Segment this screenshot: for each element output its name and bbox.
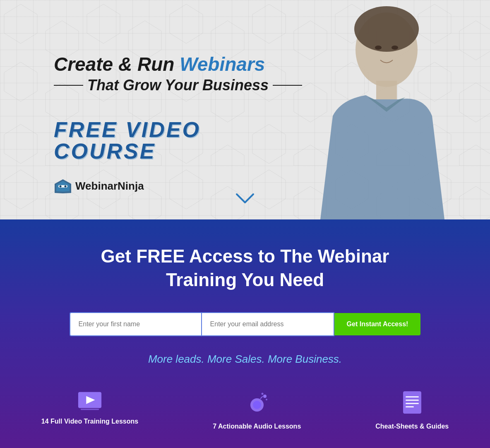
cheatsheet-icon bbox=[401, 390, 424, 416]
heading-line2: Training You Need bbox=[166, 270, 324, 290]
logo-text: WebinarNinja bbox=[75, 180, 144, 193]
divider-right bbox=[273, 85, 302, 86]
svg-rect-20 bbox=[406, 396, 419, 397]
svg-rect-23 bbox=[406, 406, 414, 407]
svg-point-1 bbox=[354, 6, 419, 52]
svg-point-3 bbox=[375, 46, 382, 50]
hero-content: Create & Run Webinars That Grow Your Bus… bbox=[54, 54, 302, 194]
svg-point-16 bbox=[261, 393, 263, 395]
hero-section: Create & Run Webinars That Grow Your Bus… bbox=[0, 0, 490, 219]
svg-rect-21 bbox=[406, 400, 419, 401]
hero-title-text: Create & Run bbox=[54, 53, 180, 75]
svg-rect-19 bbox=[403, 391, 421, 414]
svg-rect-2 bbox=[376, 81, 397, 99]
svg-point-4 bbox=[392, 46, 398, 50]
hero-subtitle: That Grow Your Business bbox=[54, 77, 302, 94]
signup-form: Get Instant Access! bbox=[67, 312, 423, 336]
video-icon bbox=[77, 390, 102, 411]
svg-point-14 bbox=[253, 401, 261, 409]
svg-point-15 bbox=[263, 395, 267, 398]
svg-rect-22 bbox=[406, 403, 419, 404]
tagline: More leads. More Sales. More Business. bbox=[8, 353, 482, 366]
feature-audio: 7 Actionable Audio Lessons bbox=[213, 390, 301, 430]
svg-point-9 bbox=[65, 185, 67, 187]
features-row: 14 Full Video Training Lessons 7 Actiona… bbox=[8, 390, 482, 430]
get-access-button[interactable]: Get Instant Access! bbox=[334, 313, 421, 335]
svg-point-8 bbox=[60, 185, 62, 187]
audio-icon bbox=[245, 390, 269, 416]
feature-cheatsheet: Cheat-Sheets & Guides bbox=[375, 390, 449, 430]
logo-icon bbox=[54, 178, 72, 194]
heading-line1: Get FREE Access to The Webinar bbox=[101, 246, 389, 266]
hero-logo: WebinarNinja bbox=[54, 178, 302, 194]
hero-subtitle-text: That Grow Your Business bbox=[87, 77, 269, 94]
feature-video: 14 Full Video Training Lessons bbox=[41, 390, 138, 430]
svg-point-17 bbox=[266, 399, 267, 400]
cta-section: Get FREE Access to The Webinar Training … bbox=[0, 219, 490, 448]
divider-left bbox=[54, 85, 83, 86]
cheatsheet-label: Cheat-Sheets & Guides bbox=[375, 423, 449, 430]
email-input[interactable] bbox=[202, 312, 334, 336]
webinarninja-logo: WebinarNinja bbox=[54, 178, 144, 194]
svg-rect-12 bbox=[81, 409, 99, 410]
audio-label: 7 Actionable Audio Lessons bbox=[213, 423, 301, 430]
hero-title-main: Create & Run Webinars bbox=[54, 54, 302, 75]
section-heading: Get FREE Access to The Webinar Training … bbox=[8, 244, 482, 291]
svg-line-18 bbox=[260, 396, 263, 399]
hero-title-blue: Webinars bbox=[180, 53, 265, 75]
hero-chevron[interactable] bbox=[235, 192, 255, 207]
video-label: 14 Full Video Training Lessons bbox=[41, 418, 138, 425]
hero-free-label: FREE VIDEO COURSE bbox=[54, 119, 302, 162]
first-name-input[interactable] bbox=[70, 312, 202, 336]
